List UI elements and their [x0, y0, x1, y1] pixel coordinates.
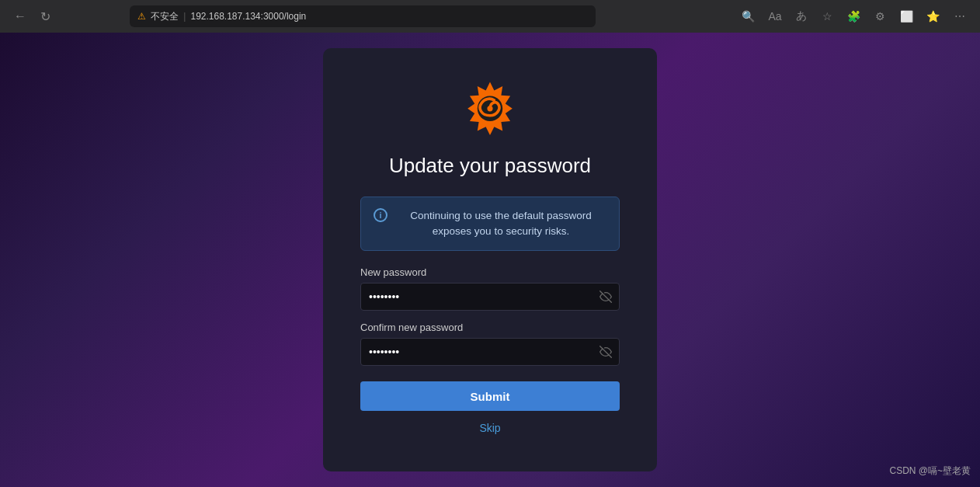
separator: |: [183, 11, 186, 22]
toggle-confirm-password-button[interactable]: [599, 346, 612, 358]
reader-icon[interactable]: Aa: [764, 5, 786, 27]
logo-container: [462, 79, 518, 138]
svg-point-2: [487, 106, 492, 111]
browser-nav: ← ↻: [9, 5, 56, 27]
settings-icon[interactable]: ⚙: [870, 5, 891, 27]
new-password-input[interactable]: [360, 283, 620, 311]
back-button[interactable]: ←: [9, 5, 31, 27]
skip-link[interactable]: Skip: [479, 422, 500, 434]
new-password-wrapper: [360, 283, 620, 311]
translate-icon[interactable]: あ: [791, 5, 812, 27]
watermark: CSDN @嗝~壁老黄: [889, 464, 971, 478]
new-password-label: New password: [360, 266, 620, 278]
menu-icon[interactable]: ⋯: [949, 5, 971, 27]
browser-actions: 🔍 Aa あ ☆ 🧩 ⚙ ⬜ ⭐ ⋯: [738, 5, 971, 27]
confirm-password-input[interactable]: [360, 338, 620, 366]
url-text: 192.168.187.134:3000/login: [190, 11, 306, 22]
info-icon: i: [374, 208, 387, 222]
page-title: Update your password: [389, 154, 591, 178]
confirm-password-wrapper: [360, 338, 620, 366]
submit-button[interactable]: Submit: [360, 381, 620, 411]
eye-off-icon: [599, 290, 612, 303]
reload-button[interactable]: ↻: [34, 5, 56, 27]
confirm-password-group: Confirm new password: [360, 322, 620, 366]
address-bar[interactable]: ⚠ 不安全 | 192.168.187.134:3000/login: [130, 5, 596, 27]
insecure-icon: ⚠: [137, 11, 146, 22]
new-password-group: New password: [360, 266, 620, 311]
browser-chrome: ← ↻ ⚠ 不安全 | 192.168.187.134:3000/login 🔍…: [0, 0, 980, 33]
split-view-icon[interactable]: ⬜: [896, 5, 918, 27]
update-password-card: Update your password i Continuing to use…: [323, 48, 657, 472]
bookmark-icon[interactable]: ☆: [817, 5, 839, 27]
toggle-new-password-button[interactable]: [599, 290, 612, 303]
search-icon[interactable]: 🔍: [738, 5, 759, 27]
insecure-label: 不安全: [151, 10, 179, 23]
favorites-icon[interactable]: ⭐: [923, 5, 944, 27]
confirm-password-label: Confirm new password: [360, 322, 620, 333]
main-content: Update your password i Continuing to use…: [0, 33, 980, 487]
eye-off-confirm-icon: [599, 346, 612, 358]
info-banner: i Continuing to use the default password…: [360, 197, 620, 252]
grafana-logo: [462, 79, 518, 135]
info-message: Continuing to use the default password e…: [395, 208, 606, 240]
extensions-icon[interactable]: 🧩: [843, 5, 865, 27]
